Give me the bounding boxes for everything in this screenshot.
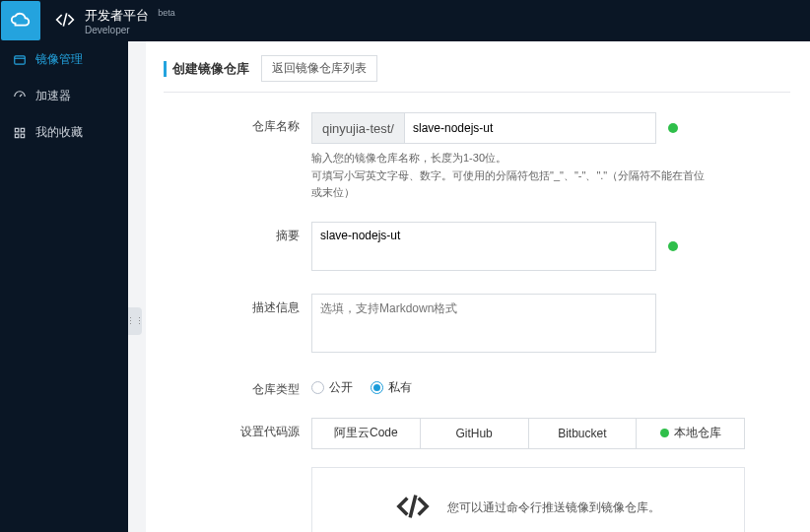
source-label: 设置代码源 (164, 418, 311, 440)
desc-label: 描述信息 (164, 294, 311, 316)
sidebar: 镜像管理 加速器 我的收藏 (0, 41, 128, 532)
platform-title: 开发者平台 (85, 8, 149, 23)
type-label: 仓库类型 (164, 375, 311, 398)
sidebar-item-label: 镜像管理 (35, 51, 83, 68)
source-tab-local[interactable]: 本地仓库 (637, 419, 744, 448)
source-tabs: 阿里云Code GitHub Bitbucket 本地仓库 (311, 418, 745, 449)
beta-badge: beta (158, 8, 175, 18)
main-area: ⋮⋮ 创建镜像仓库 返回镜像仓库列表 仓库名称 qinyujia-test/ 输… (128, 41, 810, 532)
desc-textarea[interactable] (311, 294, 656, 353)
source-tab-github[interactable]: GitHub (421, 419, 529, 448)
grid-icon (12, 125, 28, 141)
page-title-row: 创建镜像仓库 返回镜像仓库列表 (164, 55, 790, 93)
code-icon (55, 10, 75, 33)
content-panel: 创建镜像仓库 返回镜像仓库列表 仓库名称 qinyujia-test/ 输入您的… (146, 41, 810, 532)
svg-rect-1 (15, 128, 19, 132)
source-tab-bitbucket[interactable]: Bitbucket (529, 419, 638, 448)
page-title: 创建镜像仓库 (172, 60, 249, 78)
sidebar-item-label: 我的收藏 (35, 124, 83, 141)
source-info-text: 您可以通过命令行推送镜像到镜像仓库。 (447, 499, 660, 516)
svg-rect-0 (15, 55, 26, 63)
repo-type-private-radio[interactable]: 私有 (371, 379, 412, 396)
radio-icon (371, 381, 383, 394)
sidebar-item-label: 加速器 (35, 88, 71, 104)
top-header: 开发者平台 beta Developer (0, 0, 810, 41)
source-tab-aliyun[interactable]: 阿里云Code (312, 419, 421, 448)
sidebar-item-images[interactable]: 镜像管理 (0, 41, 128, 78)
platform-title-block: 开发者平台 beta Developer (85, 7, 175, 35)
cloud-logo-icon[interactable] (1, 1, 40, 40)
svg-rect-3 (15, 134, 19, 138)
repo-name-hint: 输入您的镜像仓库名称，长度为1-30位。 可填写小写英文字母、数字。可使用的分隔… (311, 150, 706, 202)
back-to-list-button[interactable]: 返回镜像仓库列表 (261, 55, 377, 82)
title-accent (164, 61, 167, 77)
source-info-box: 您可以通过命令行推送镜像到镜像仓库。 (311, 467, 745, 532)
radio-icon (311, 381, 324, 394)
repo-type-public-radio[interactable]: 公开 (311, 379, 353, 396)
radio-label: 公开 (329, 379, 353, 396)
repo-name-input[interactable] (405, 113, 655, 143)
check-ok-icon (660, 429, 669, 437)
svg-rect-4 (21, 134, 25, 138)
sidebar-item-accelerator[interactable]: 加速器 (0, 78, 128, 114)
summary-label: 摘要 (164, 222, 311, 244)
radio-label: 私有 (388, 379, 412, 396)
sidebar-item-favorites[interactable]: 我的收藏 (0, 114, 128, 151)
check-ok-icon (668, 241, 678, 251)
sidebar-collapse-handle[interactable]: ⋮⋮ (128, 307, 142, 335)
summary-textarea[interactable] (311, 222, 656, 271)
platform-subtitle: Developer (85, 25, 175, 35)
code-icon (396, 490, 430, 526)
check-ok-icon (668, 123, 678, 133)
images-icon (12, 52, 28, 68)
svg-rect-2 (21, 128, 25, 132)
repo-name-label: 仓库名称 (164, 112, 311, 135)
gauge-icon (12, 89, 28, 104)
repo-name-prefix: qinyujia-test/ (312, 113, 405, 143)
